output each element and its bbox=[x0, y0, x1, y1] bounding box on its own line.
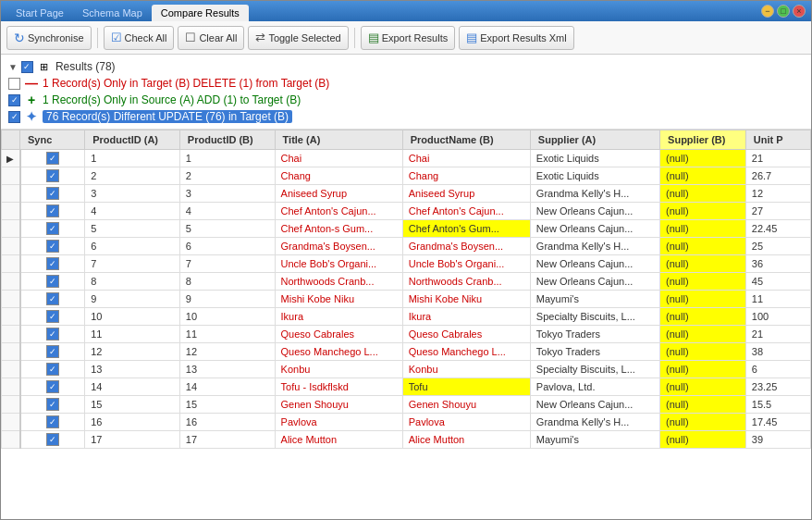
sync-checkbox[interactable] bbox=[46, 187, 59, 200]
table-row: 77Uncle Bob's Organi...Uncle Bob's Organ… bbox=[2, 255, 811, 273]
unit-price-cell: 39 bbox=[745, 431, 810, 449]
sync-cell[interactable] bbox=[20, 238, 85, 255]
product-id-b-cell: 16 bbox=[179, 414, 275, 431]
col-supplier-b[interactable]: Supplier (B) bbox=[660, 130, 746, 150]
root-label: Results (78) bbox=[55, 60, 116, 73]
supplier-a-cell: New Orleans Cajun... bbox=[530, 220, 659, 238]
sync-cell[interactable] bbox=[20, 291, 85, 308]
data-table-container[interactable]: Sync ProductID (A) ProductID (B) Title (… bbox=[1, 130, 811, 519]
sync-checkbox[interactable] bbox=[46, 380, 59, 393]
root-checkbox[interactable] bbox=[21, 61, 33, 73]
sync-checkbox[interactable] bbox=[46, 257, 59, 270]
unit-price-cell: 100 bbox=[745, 308, 810, 326]
product-name-b-cell: Chef Anton's Cajun... bbox=[402, 203, 530, 220]
tree-delete-row: — 1 Record(s) Only in Target (B) DELETE … bbox=[8, 75, 804, 92]
product-id-a-cell: 13 bbox=[85, 361, 180, 378]
sync-checkbox[interactable] bbox=[46, 433, 59, 446]
sync-checkbox[interactable] bbox=[46, 310, 59, 323]
sync-cell[interactable] bbox=[20, 343, 85, 361]
product-id-b-cell: 8 bbox=[179, 273, 275, 291]
product-name-b-cell: Chai bbox=[402, 150, 530, 167]
expand-icon[interactable]: ▼ bbox=[8, 62, 18, 72]
data-table: Sync ProductID (A) ProductID (B) Title (… bbox=[1, 130, 811, 449]
title-tabs: Start Page Schema Map Compare Results bbox=[6, 1, 249, 21]
col-product-id-a[interactable]: ProductID (A) bbox=[85, 130, 180, 150]
col-title-a[interactable]: Title (A) bbox=[275, 130, 402, 150]
sync-cell[interactable] bbox=[20, 308, 85, 326]
table-body: ▶11ChaiChaiExotic Liquids(null)2122Chang… bbox=[2, 150, 811, 449]
product-name-b-cell: Mishi Kobe Niku bbox=[402, 291, 530, 308]
table-row: 1616PavlovaPavlovaGrandma Kelly's H...(n… bbox=[2, 414, 811, 431]
update-checkbox[interactable] bbox=[8, 111, 20, 123]
export-results-button[interactable]: Export Results bbox=[361, 26, 456, 50]
unit-price-cell: 11 bbox=[745, 291, 810, 308]
add-checkbox[interactable] bbox=[8, 94, 20, 106]
product-id-b-cell: 9 bbox=[179, 291, 275, 308]
sync-cell[interactable] bbox=[20, 396, 85, 414]
table-row: ▶11ChaiChaiExotic Liquids(null)21 bbox=[2, 150, 811, 167]
col-product-name-b[interactable]: ProductName (B) bbox=[402, 130, 530, 150]
check-all-button[interactable]: Check All bbox=[104, 26, 175, 50]
clear-all-button[interactable]: Clear All bbox=[178, 26, 244, 50]
toggle-selected-button[interactable]: Toggle Selected bbox=[248, 26, 348, 50]
sync-cell[interactable] bbox=[20, 273, 85, 291]
supplier-b-cell: (null) bbox=[660, 431, 746, 449]
sync-checkbox[interactable] bbox=[46, 169, 59, 182]
sync-checkbox[interactable] bbox=[46, 415, 59, 428]
delete-checkbox[interactable] bbox=[8, 78, 20, 90]
export-xml-button[interactable]: Export Results Xml bbox=[459, 26, 574, 50]
maximize-button[interactable]: □ bbox=[777, 5, 790, 18]
supplier-a-cell: Specialty Biscuits, L... bbox=[530, 361, 659, 378]
row-arrow-cell bbox=[2, 326, 20, 343]
table-row: 88Northwoods Cranb...Northwoods Cranb...… bbox=[2, 273, 811, 291]
sync-checkbox[interactable] bbox=[46, 204, 59, 217]
title-a-cell: Queso Manchego L... bbox=[275, 343, 402, 361]
tree-panel: ▼ ⊞ Results (78) — 1 Record(s) Only in T… bbox=[1, 55, 811, 130]
sync-checkbox[interactable] bbox=[46, 292, 59, 305]
sync-cell[interactable] bbox=[20, 431, 85, 449]
supplier-b-cell: (null) bbox=[660, 291, 746, 308]
close-button[interactable]: × bbox=[793, 5, 806, 18]
check-all-label: Check All bbox=[125, 32, 167, 43]
tab-start-page[interactable]: Start Page bbox=[6, 5, 73, 21]
col-unit-price[interactable]: Unit P bbox=[745, 130, 810, 150]
product-name-b-cell: Aniseed Syrup bbox=[402, 185, 530, 203]
sync-checkbox[interactable] bbox=[46, 222, 59, 235]
col-product-id-b[interactable]: ProductID (B) bbox=[179, 130, 275, 150]
separator-2 bbox=[354, 28, 355, 48]
sync-cell[interactable] bbox=[20, 326, 85, 343]
sync-cell[interactable] bbox=[20, 203, 85, 220]
sync-cell[interactable] bbox=[20, 185, 85, 203]
synchronise-button[interactable]: Synchronise bbox=[6, 26, 92, 50]
sync-checkbox[interactable] bbox=[46, 398, 59, 411]
sync-cell[interactable] bbox=[20, 255, 85, 273]
supplier-b-cell: (null) bbox=[660, 150, 746, 167]
title-a-cell: Tofu - Isdkflskd bbox=[275, 378, 402, 396]
product-id-a-cell: 11 bbox=[85, 326, 180, 343]
product-id-b-cell: 7 bbox=[179, 255, 275, 273]
sync-checkbox[interactable] bbox=[46, 240, 59, 253]
minimize-button[interactable]: − bbox=[761, 5, 774, 18]
col-supplier-a[interactable]: Supplier (A) bbox=[530, 130, 659, 150]
tab-compare-results[interactable]: Compare Results bbox=[152, 5, 249, 21]
table-header-row: Sync ProductID (A) ProductID (B) Title (… bbox=[2, 130, 811, 150]
supplier-b-cell: (null) bbox=[660, 308, 746, 326]
sync-cell[interactable] bbox=[20, 220, 85, 238]
sync-cell[interactable] bbox=[20, 167, 85, 185]
sync-checkbox[interactable] bbox=[46, 345, 59, 358]
tab-schema-map[interactable]: Schema Map bbox=[73, 5, 152, 21]
col-sync[interactable]: Sync bbox=[20, 130, 85, 150]
sync-cell[interactable] bbox=[20, 414, 85, 431]
sync-checkbox[interactable] bbox=[46, 363, 59, 376]
sync-cell[interactable] bbox=[20, 361, 85, 378]
sync-cell[interactable] bbox=[20, 378, 85, 396]
sync-cell[interactable] bbox=[20, 150, 85, 167]
sync-checkbox[interactable] bbox=[46, 328, 59, 340]
sync-checkbox[interactable] bbox=[46, 152, 59, 165]
product-name-b-cell: Genen Shouyu bbox=[402, 396, 530, 414]
table-row: 22ChangChangExotic Liquids(null)26.7 bbox=[2, 167, 811, 185]
supplier-a-cell: Mayumi's bbox=[530, 431, 659, 449]
unit-price-cell: 38 bbox=[745, 343, 810, 361]
row-arrow-cell bbox=[2, 185, 20, 203]
sync-checkbox[interactable] bbox=[46, 275, 59, 288]
